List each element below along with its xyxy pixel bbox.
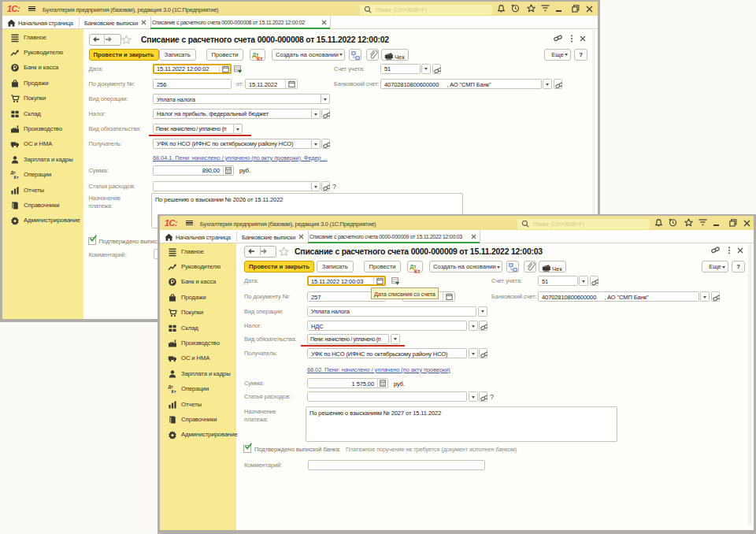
svg-text:Кт: Кт — [14, 175, 19, 180]
svg-text:Кт: Кт — [172, 389, 176, 394]
